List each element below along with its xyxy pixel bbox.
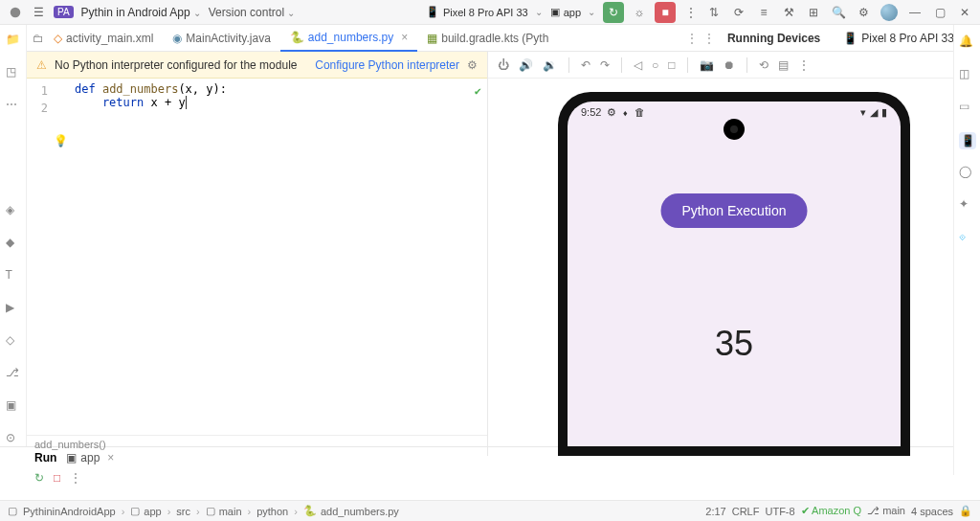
- settings-icon[interactable]: ⚙: [856, 5, 871, 20]
- project-tool-icon[interactable]: 📁: [6, 33, 21, 48]
- terminal-icon[interactable]: ▣: [6, 398, 21, 414]
- battery-icon: ▮: [881, 106, 887, 119]
- indent-setting[interactable]: 4 spaces: [911, 506, 953, 517]
- lock-icon[interactable]: 🔒: [959, 505, 972, 517]
- volume-down-icon[interactable]: 🔉: [543, 58, 557, 72]
- tab-label: activity_main.xml: [66, 32, 153, 45]
- project-badge: PA: [54, 6, 74, 18]
- shield-icon[interactable]: ◯: [959, 165, 976, 182]
- stop-run-icon[interactable]: □: [54, 471, 60, 485]
- avatar[interactable]: [880, 4, 898, 21]
- app-tab-label: app: [80, 451, 100, 464]
- banner-settings-icon[interactable]: ⚙: [467, 58, 478, 72]
- extended-controls-icon[interactable]: ⟲: [759, 58, 768, 72]
- java-icon: ◉: [172, 32, 182, 45]
- profiler-icon[interactable]: ⊞: [806, 5, 821, 20]
- app-icon[interactable]: [8, 5, 23, 20]
- more-tools-icon[interactable]: ⋯: [6, 98, 21, 113]
- minimize-icon[interactable]: —: [907, 5, 923, 20]
- code-text[interactable]: def add_numbers(x, y): return x + y: [71, 79, 487, 435]
- trash-status-icon: 🗑: [635, 106, 645, 118]
- running-devices-tool-icon[interactable]: 📱: [959, 132, 976, 149]
- dev-more-icon[interactable]: ⋮: [798, 58, 810, 72]
- ai-icon[interactable]: ✦: [959, 197, 976, 215]
- breadcrumb[interactable]: PythininAndroidApp ▢app src ▢main python…: [23, 505, 399, 517]
- layers-icon[interactable]: ◈: [6, 203, 21, 218]
- rotate-left-icon[interactable]: ↶: [581, 58, 590, 72]
- stop-button[interactable]: ■: [655, 2, 676, 23]
- amazon-q-status[interactable]: ✔ Amazon Q: [801, 505, 861, 517]
- text-tool-icon[interactable]: T: [6, 268, 21, 283]
- run-more-icon[interactable]: ⋮: [70, 471, 81, 485]
- close-tab-icon[interactable]: ×: [401, 31, 408, 44]
- project-selector[interactable]: Pythin in Android App: [81, 6, 201, 19]
- volume-up-icon[interactable]: 🔊: [519, 58, 533, 72]
- wifi-icon: ▾: [860, 106, 866, 119]
- running-devices-title[interactable]: Running Devices: [720, 32, 828, 45]
- sync-icon[interactable]: ⟳: [731, 5, 746, 20]
- result-text: 35: [715, 324, 753, 364]
- git-tool-icon[interactable]: ⎇: [6, 366, 21, 381]
- power-icon[interactable]: ⏻: [498, 58, 509, 72]
- encoding[interactable]: UTF-8: [765, 506, 794, 517]
- device-manager-icon[interactable]: ▭: [959, 100, 976, 117]
- resource-manager-icon[interactable]: ◳: [6, 65, 21, 80]
- run-button[interactable]: ↻: [603, 2, 624, 23]
- lightbulb-icon[interactable]: 💡: [54, 134, 68, 147]
- update-icon[interactable]: ⇅: [706, 5, 722, 20]
- home-icon[interactable]: ○: [652, 58, 658, 72]
- maximize-icon[interactable]: ▢: [932, 5, 947, 20]
- tab-activity-main[interactable]: ◇ activity_main.xml: [44, 25, 163, 52]
- problems-icon[interactable]: ⊙: [6, 431, 21, 446]
- rotate-right-icon[interactable]: ↷: [600, 58, 610, 72]
- logcat-icon[interactable]: ◆: [6, 236, 21, 251]
- notifications-icon[interactable]: 🔔: [959, 34, 976, 52]
- tab-label: build.gradle.kts (Pyth: [441, 32, 548, 45]
- git-branch[interactable]: ⎇ main: [867, 505, 905, 517]
- interpreter-banner: ⚠ No Python interpreter configured for t…: [27, 52, 487, 79]
- record-icon[interactable]: ⏺: [724, 58, 735, 72]
- module-icon: ▢: [8, 505, 17, 517]
- overview-icon[interactable]: □: [668, 58, 675, 72]
- tab-add-numbers[interactable]: 🐍 add_numbers.py ×: [280, 25, 417, 52]
- display-settings-icon[interactable]: ▤: [778, 58, 789, 72]
- close-run-tab-icon[interactable]: ×: [107, 451, 114, 464]
- rerun-icon[interactable]: ↻: [34, 471, 44, 485]
- back-icon[interactable]: ◁: [634, 58, 642, 72]
- app-run-tab[interactable]: ▣ app ×: [66, 451, 114, 464]
- cursor-position[interactable]: 2:17: [705, 506, 725, 517]
- gradle-tool-icon[interactable]: ◫: [959, 67, 976, 84]
- search-icon[interactable]: 🔍: [831, 5, 846, 20]
- device-screen[interactable]: 9:52 ⚙ ⬧ 🗑 ▾ ◢ ▮: [568, 102, 901, 446]
- inspection-ok-icon[interactable]: ✔: [475, 84, 481, 98]
- configure-interpreter-link[interactable]: Configure Python interpreter: [315, 58, 459, 72]
- menu-icon[interactable]: ☰: [31, 5, 46, 20]
- tab-build-gradle[interactable]: ▦ build.gradle.kts (Pyth: [417, 25, 558, 52]
- more-icon[interactable]: ⋮: [683, 5, 699, 20]
- folder-tab-icon[interactable]: 🗀: [27, 32, 44, 45]
- tab-label: MainActivity.java: [186, 32, 270, 45]
- python-execution-button[interactable]: Python Execution: [661, 193, 808, 228]
- xml-icon: ◇: [54, 32, 62, 45]
- code-editor[interactable]: 1 2 💡 def add_numbers(x, y): return x + …: [27, 79, 487, 435]
- line-ending[interactable]: CRLF: [732, 506, 760, 517]
- run-config-selector[interactable]: ▣ app: [550, 6, 595, 18]
- tab-mainactivity[interactable]: ◉ MainActivity.java: [163, 25, 279, 52]
- run-tab[interactable]: Run: [34, 451, 56, 464]
- gem-icon[interactable]: ◇: [6, 333, 21, 349]
- structure-icon[interactable]: ≡: [756, 5, 771, 20]
- clock-text: 9:52: [581, 106, 601, 118]
- screenshot-icon[interactable]: 📷: [700, 58, 714, 72]
- build-icon[interactable]: ⚒: [781, 5, 796, 20]
- gradle-icon: ▦: [427, 32, 437, 45]
- play-tool-icon[interactable]: ▶: [6, 301, 21, 316]
- device-selector[interactable]: 📱 Pixel 8 Pro API 33: [426, 6, 543, 18]
- version-control-menu[interactable]: Version control: [209, 6, 295, 19]
- tab-overflow-icon[interactable]: ⋮: [686, 32, 698, 45]
- tab-menu-icon[interactable]: ⋮: [703, 32, 715, 45]
- close-window-icon[interactable]: ✕: [957, 5, 972, 20]
- device-frame: 9:52 ⚙ ⬧ 🗑 ▾ ◢ ▮: [558, 92, 910, 456]
- run-config-label: app: [564, 7, 581, 18]
- debug-icon[interactable]: ☼: [632, 5, 647, 20]
- flutter-icon[interactable]: ⟐: [959, 230, 976, 247]
